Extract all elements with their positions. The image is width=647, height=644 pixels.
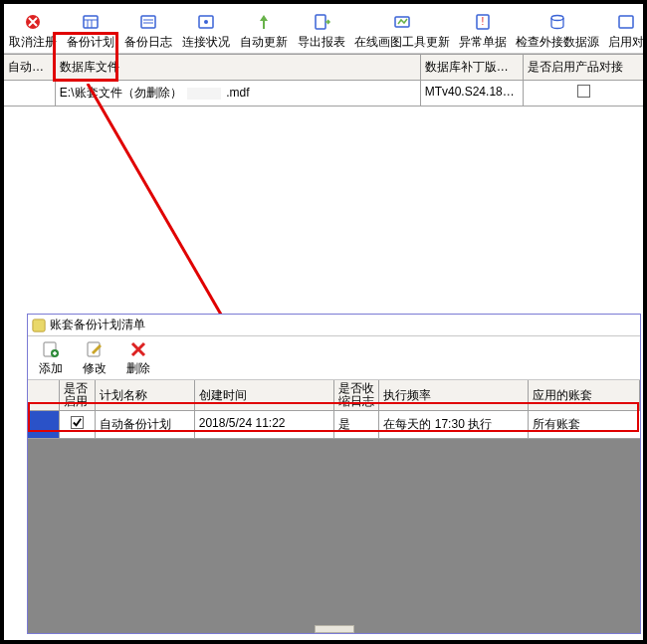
col-auto-upgrade[interactable]: 自动升级 (4, 55, 56, 80)
col-patch-version[interactable]: 数据库补丁版本号 (421, 55, 525, 80)
online-tool-icon (392, 12, 412, 32)
edit-icon (86, 340, 104, 358)
grid1-row[interactable]: E:\账套文件（勿删除） .mdf MTv40.S24.180423... (4, 81, 643, 107)
cancel-icon (23, 12, 43, 32)
abnormal-order-button[interactable]: ! 异常单据 (456, 10, 510, 53)
cell-auto-upgrade (4, 81, 56, 106)
cell-create-time: 2018/5/24 11:22 (195, 411, 334, 438)
col-plan-name[interactable]: 计划名称 (96, 380, 195, 410)
backup-plan-button[interactable]: 备份计划 (64, 10, 117, 53)
grid1-header: 自动升级 数据库文件 数据库补丁版本号 是否启用产品对接 (4, 55, 643, 81)
blurred-segment (187, 88, 221, 100)
svg-line-16 (88, 84, 243, 352)
checkbox-icon[interactable] (577, 85, 590, 98)
cell-frequency: 在每天的 17:30 执行 (379, 411, 529, 438)
svg-point-14 (551, 16, 563, 21)
svg-rect-5 (141, 16, 155, 28)
export-icon (312, 12, 331, 32)
check-external-db-button[interactable]: 检查外接数据源 (514, 10, 601, 53)
col-shrink-log[interactable]: 是否收 缩日志 (334, 380, 380, 410)
checkbox-checked-icon[interactable] (71, 416, 84, 429)
col-enable-product[interactable]: 是否启用产品对接 (524, 55, 643, 80)
connection-status-button[interactable]: 连接状况 (179, 10, 233, 53)
add-button[interactable]: 添加 (34, 340, 68, 377)
grid2-header: 是否 启用 计划名称 创建时间 是否收 缩日志 执行频率 应用的账套 (28, 380, 640, 411)
enable-button-truncated[interactable]: 启用对 (605, 10, 647, 53)
app-icon (32, 319, 46, 332)
auto-update-button[interactable]: 自动更新 (237, 10, 291, 53)
cancel-register-button[interactable]: 取消注册 (6, 10, 60, 53)
svg-rect-15 (619, 16, 633, 28)
cell-enable-product[interactable] (524, 81, 643, 106)
row-selector-cell[interactable] (28, 411, 60, 438)
cell-enabled[interactable] (60, 411, 96, 438)
svg-rect-1 (84, 16, 98, 28)
win2-title: 账套备份计划清单 (50, 317, 145, 333)
col-applied-account[interactable]: 应用的账套 (529, 380, 640, 410)
svg-rect-10 (316, 15, 325, 29)
grid-icon (616, 12, 636, 32)
col-create-time[interactable]: 创建时间 (195, 380, 334, 410)
update-arrow-icon (254, 12, 274, 32)
svg-rect-17 (33, 319, 45, 330)
col-row-selector[interactable] (28, 380, 60, 410)
col-enabled[interactable]: 是否 启用 (60, 380, 96, 410)
col-db-file[interactable]: 数据库文件 (56, 55, 421, 80)
edit-button[interactable]: 修改 (78, 340, 111, 377)
cell-shrink-log: 是 (334, 411, 380, 438)
win2-titlebar[interactable]: 账套备份计划清单 (28, 315, 640, 336)
export-report-button[interactable]: 导出报表 (295, 10, 348, 53)
svg-point-9 (204, 20, 208, 24)
add-icon (42, 340, 60, 358)
delete-button[interactable]: 删除 (121, 340, 155, 377)
backup-plan-list-window: 账套备份计划清单 添加 修改 删除 是否 启用 (27, 314, 641, 634)
cell-patch-version: MTv40.S24.180423... (421, 81, 525, 106)
backup-log-button[interactable]: 备份日志 (121, 10, 175, 53)
online-drawing-update-button[interactable]: 在线画图工具更新 (352, 10, 452, 53)
calendar-icon (81, 12, 101, 32)
main-toolbar: 取消注册 备份计划 备份日志 连接状况 自动更新 导出报表 (4, 4, 643, 54)
connection-icon (196, 12, 216, 32)
resize-handle-icon[interactable] (315, 625, 354, 633)
cell-applied-account: 所有账套 (529, 411, 640, 438)
log-icon (138, 12, 158, 32)
cell-db-file: E:\账套文件（勿删除） .mdf (56, 81, 421, 106)
grid2-row[interactable]: 自动备份计划 2018/5/24 11:22 是 在每天的 17:30 执行 所… (28, 411, 640, 439)
database-check-icon (547, 12, 567, 32)
grid2-empty-area (28, 439, 640, 633)
cell-plan-name: 自动备份计划 (96, 411, 195, 438)
col-frequency[interactable]: 执行频率 (379, 380, 529, 410)
delete-icon (129, 340, 147, 358)
alert-icon: ! (473, 12, 493, 32)
svg-text:!: ! (482, 16, 485, 27)
win2-toolbar: 添加 修改 删除 (28, 336, 640, 380)
backup-plan-grid: 是否 启用 计划名称 创建时间 是否收 缩日志 执行频率 应用的账套 自动备份计… (28, 380, 640, 633)
database-file-grid: 自动升级 数据库文件 数据库补丁版本号 是否启用产品对接 E:\账套文件（勿删除… (4, 54, 643, 107)
